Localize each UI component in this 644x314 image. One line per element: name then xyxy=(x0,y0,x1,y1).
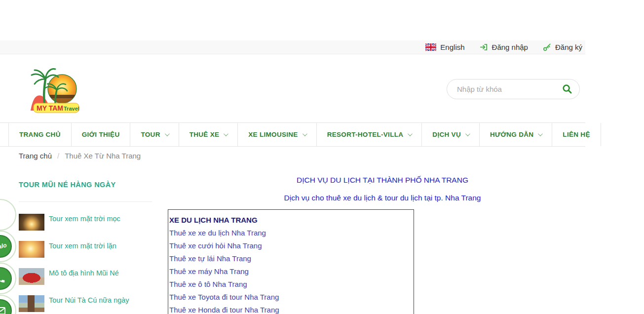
nav-label: GIỚI THIỆU xyxy=(82,131,120,138)
service-link-cuoi-hoi[interactable]: Thuê xe cưới hỏi Nha Trang xyxy=(169,239,410,252)
nav-item-lien-he[interactable]: LIÊN HỆ xyxy=(552,123,601,146)
tour-thumbnail xyxy=(19,241,44,258)
chevron-down-icon xyxy=(224,131,228,136)
login-button[interactable]: Đăng nhập xyxy=(480,43,528,51)
zalo-button[interactable]: Zalo xyxy=(0,231,16,262)
topbar: English Đăng nhập Đăng ký xyxy=(0,40,585,54)
page: English Đăng nhập Đăng ký xyxy=(0,0,585,314)
site-logo[interactable]: MY TAM Travel xyxy=(26,64,85,114)
nav-item-dich-vu[interactable]: DỊCH VỤ xyxy=(421,123,479,146)
register-label: Đăng ký xyxy=(555,43,582,51)
breadcrumb-separator: / xyxy=(57,152,59,160)
nav-label: DỊCH VỤ xyxy=(432,131,461,138)
search-icon xyxy=(562,84,572,94)
key-icon xyxy=(543,43,551,51)
nav-label: HƯỚNG DẪN xyxy=(490,131,533,138)
tour-link[interactable]: Tour xem mặt trời lặn xyxy=(49,241,116,250)
nav-item-xe-limousine[interactable]: XE LIMOUSINE xyxy=(237,123,316,146)
breadcrumb: Trang chủ / Thuê Xe Từ Nha Trang xyxy=(19,147,141,164)
chevron-down-icon xyxy=(303,131,307,136)
language-label: English xyxy=(440,43,464,51)
main-nav: TRANG CHỦ GIỚI THIỆU TOUR THUÊ XE XE LIM… xyxy=(0,122,585,147)
search-button[interactable] xyxy=(562,84,572,94)
nav-label: LIÊN HỆ xyxy=(563,131,590,138)
sidebar-item-tour-sunset[interactable]: Tour xem mặt trời lặn xyxy=(19,241,152,258)
register-button[interactable]: Đăng ký xyxy=(543,43,582,51)
language-switch[interactable]: English xyxy=(425,43,464,51)
chevron-down-icon xyxy=(465,131,470,136)
chevron-down-icon xyxy=(538,131,543,136)
email-button[interactable] xyxy=(0,295,16,314)
mail-icon xyxy=(0,299,12,314)
nav-label: TOUR xyxy=(141,131,160,138)
nav-label: THUÊ XE xyxy=(189,131,220,138)
service-link-o-to[interactable]: Thuê xe ô tô Nha Trang xyxy=(169,278,410,291)
nav-item-tour[interactable]: TOUR xyxy=(130,123,178,146)
breadcrumb-current: Thuê Xe Từ Nha Trang xyxy=(65,152,141,160)
logo-text-primary: MY TAM xyxy=(37,104,63,112)
nav-item-huong-dan[interactable]: HƯỚNG DẪN xyxy=(479,123,552,146)
logo-text-secondary: Travel xyxy=(64,106,79,112)
service-link-xe-du-lich[interactable]: Thuê xe xe du lịch Nha Trang xyxy=(169,227,410,239)
tour-thumbnail xyxy=(19,295,44,312)
chevron-down-icon xyxy=(165,131,170,136)
page-title: DỊCH VỤ DU LỊCH TẠI THÀNH PHỐ NHA TRANG xyxy=(168,176,597,185)
uk-flag-icon xyxy=(425,43,436,51)
sidebar-item-tour-tacu[interactable]: Tour Núi Tà Cú nữa ngày xyxy=(19,295,152,312)
nav-item-thue-xe[interactable]: THUÊ XE xyxy=(179,123,238,146)
login-icon xyxy=(480,43,488,51)
login-label: Đăng nhập xyxy=(492,43,528,51)
page-subtitle: Dịch vụ cho thuê xe du lịch & tour du lị… xyxy=(168,194,597,202)
service-link-toyota[interactable]: Thuê xe Toyota đi tour Nha Trang xyxy=(169,291,410,304)
sidebar-title: TOUR MŨI NÉ HÀNG NGÀY xyxy=(19,181,152,189)
tour-link[interactable]: Mô tô địa hình Mũi Né xyxy=(49,268,119,277)
sidebar-item-tour-sunrise[interactable]: Tour xem mặt trời mọc xyxy=(19,214,152,231)
service-link-honda[interactable]: Thuê xe Honda đi tour Nha Trang xyxy=(169,304,410,314)
nav-label: XE LIMOUSINE xyxy=(248,131,298,138)
chevron-down-icon xyxy=(408,131,413,136)
tour-link[interactable]: Tour xem mặt trời mọc xyxy=(49,214,120,223)
search-box xyxy=(447,79,580,99)
service-link-box: XE DU LỊCH NHA TRANG Thuê xe xe du lịch … xyxy=(168,209,414,314)
tour-thumbnail xyxy=(19,268,44,285)
nav-item-gioi-thieu[interactable]: GIỚI THIỆU xyxy=(71,123,130,146)
sidebar: TOUR MŨI NÉ HÀNG NGÀY Tour xem mặt trời … xyxy=(19,181,152,314)
zalo-icon: Zalo xyxy=(0,235,12,258)
nav-item-trang-chu[interactable]: TRANG CHỦ xyxy=(8,123,71,146)
service-link-xe-may[interactable]: Thuê xe máy Nha Trang xyxy=(169,265,410,278)
nav-label: RESORT-HOTEL-VILLA xyxy=(327,131,404,138)
tour-link[interactable]: Tour Núi Tà Cú nữa ngày xyxy=(49,295,129,305)
search-input[interactable] xyxy=(457,85,562,93)
link-box-heading: XE DU LỊCH NHA TRANG xyxy=(169,214,410,227)
nav-item-resort-hotel-villa[interactable]: RESORT-HOTEL-VILLA xyxy=(316,123,422,146)
service-link-tu-lai[interactable]: Thuê xe tự lái Nha Trang xyxy=(169,252,410,265)
breadcrumb-home[interactable]: Trang chủ xyxy=(19,152,52,160)
nav-label: TRANG CHỦ xyxy=(19,131,61,138)
zalo-label: Zalo xyxy=(0,242,7,251)
tour-thumbnail xyxy=(19,214,44,231)
phone-button[interactable] xyxy=(0,263,16,294)
sidebar-tour-list: Tour xem mặt trời mọc Tour xem mặt trời … xyxy=(19,214,152,312)
sidebar-item-tour-atv[interactable]: Mô tô địa hình Mũi Né xyxy=(19,268,152,285)
social-circle-top[interactable] xyxy=(0,199,16,231)
divider xyxy=(19,201,152,202)
phone-icon xyxy=(0,267,12,290)
